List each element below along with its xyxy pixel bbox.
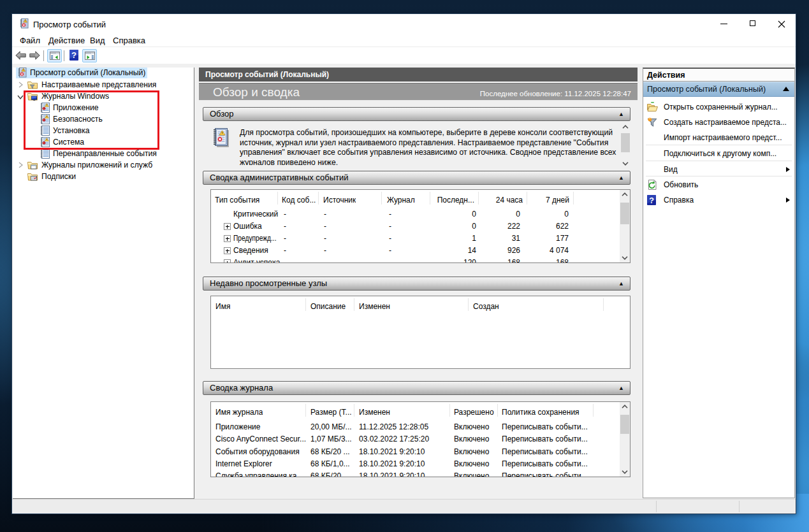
- svg-text:?: ?: [649, 196, 654, 205]
- svg-text:?: ?: [71, 50, 77, 60]
